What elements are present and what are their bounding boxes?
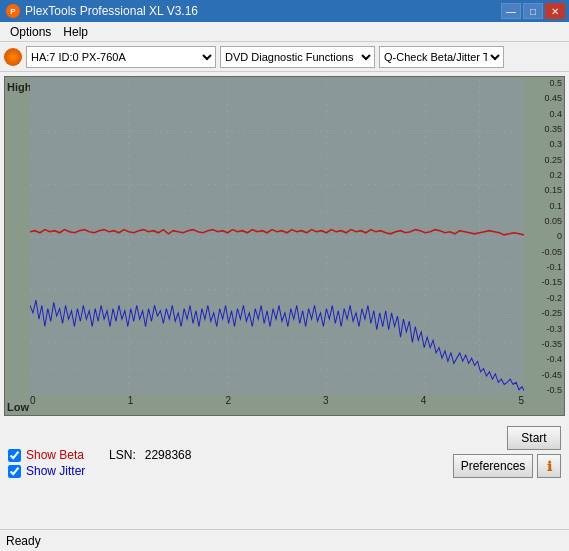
y-label-03: 0.3 <box>528 140 562 149</box>
menu-help[interactable]: Help <box>57 23 94 41</box>
x-label-0: 0 <box>30 395 36 413</box>
info-button[interactable]: ℹ <box>537 454 561 478</box>
status-text: Ready <box>6 534 41 548</box>
y-label-n04: -0.4 <box>528 355 562 364</box>
show-beta-checkbox[interactable] <box>8 449 21 462</box>
lsn-value: 2298368 <box>145 448 192 462</box>
chart-svg <box>30 79 524 395</box>
y-axis-labels: 0.5 0.45 0.4 0.35 0.3 0.25 0.2 0.15 0.1 … <box>526 79 564 395</box>
start-button[interactable]: Start <box>507 426 561 450</box>
y-label-025: 0.25 <box>528 156 562 165</box>
chart-plot-area <box>30 79 524 395</box>
y-label-05: 0.5 <box>528 79 562 88</box>
chart-high-label: High <box>7 81 31 93</box>
y-label-005: 0.05 <box>528 217 562 226</box>
y-label-n025: -0.25 <box>528 309 562 318</box>
show-beta-item: Show Beta LSN: 2298368 <box>8 448 191 462</box>
menu-options[interactable]: Options <box>4 23 57 41</box>
x-axis-labels: 0 1 2 3 4 5 <box>30 395 524 413</box>
y-label-02: 0.2 <box>528 171 562 180</box>
y-label-n02: -0.2 <box>528 294 562 303</box>
title-controls: — □ ✕ <box>501 3 565 19</box>
y-label-n035: -0.35 <box>528 340 562 349</box>
y-label-045: 0.45 <box>528 94 562 103</box>
y-label-n01: -0.1 <box>528 263 562 272</box>
y-label-015: 0.15 <box>528 186 562 195</box>
bottom-panel: Show Beta LSN: 2298368 Show Jitter Start… <box>0 420 569 482</box>
x-label-2: 2 <box>225 395 231 413</box>
x-label-1: 1 <box>128 395 134 413</box>
y-label-0: 0 <box>528 232 562 241</box>
y-label-n045: -0.45 <box>528 371 562 380</box>
action-buttons: Start Preferences ℹ <box>453 426 561 478</box>
title-bar-left: P PlexTools Professional XL V3.16 <box>6 4 198 18</box>
minimize-button[interactable]: — <box>501 3 521 19</box>
preferences-button[interactable]: Preferences <box>453 454 533 478</box>
y-label-035: 0.35 <box>528 125 562 134</box>
y-label-04: 0.4 <box>528 110 562 119</box>
y-label-n005: -0.05 <box>528 248 562 257</box>
y-label-01: 0.1 <box>528 202 562 211</box>
toolbar: HA:7 ID:0 PX-760A DVD Diagnostic Functio… <box>0 42 569 72</box>
show-jitter-checkbox[interactable] <box>8 465 21 478</box>
window-title: PlexTools Professional XL V3.16 <box>25 4 198 18</box>
x-label-3: 3 <box>323 395 329 413</box>
close-button[interactable]: ✕ <box>545 3 565 19</box>
drive-select[interactable]: HA:7 ID:0 PX-760A <box>26 46 216 68</box>
title-bar: P PlexTools Professional XL V3.16 — □ ✕ <box>0 0 569 22</box>
status-bar: Ready <box>0 529 569 551</box>
function-select[interactable]: DVD Diagnostic Functions <box>220 46 375 68</box>
show-jitter-item: Show Jitter <box>8 464 191 478</box>
chart-container: High Low <box>4 76 565 416</box>
checkboxes-area: Show Beta LSN: 2298368 Show Jitter <box>8 448 191 478</box>
x-label-4: 4 <box>421 395 427 413</box>
x-label-5: 5 <box>518 395 524 413</box>
y-label-n015: -0.15 <box>528 278 562 287</box>
lsn-label: LSN: <box>109 448 136 462</box>
bottom-row: Show Beta LSN: 2298368 Show Jitter Start… <box>8 426 561 478</box>
app-icon: P <box>6 4 20 18</box>
plextools-icon <box>4 48 22 66</box>
menu-bar: Options Help <box>0 22 569 42</box>
chart-low-label: Low <box>7 401 29 413</box>
y-label-n05: -0.5 <box>528 386 562 395</box>
maximize-button[interactable]: □ <box>523 3 543 19</box>
show-jitter-label: Show Jitter <box>26 464 85 478</box>
test-select[interactable]: Q-Check Beta/Jitter Test <box>379 46 504 68</box>
y-label-n03: -0.3 <box>528 325 562 334</box>
show-beta-label: Show Beta <box>26 448 84 462</box>
